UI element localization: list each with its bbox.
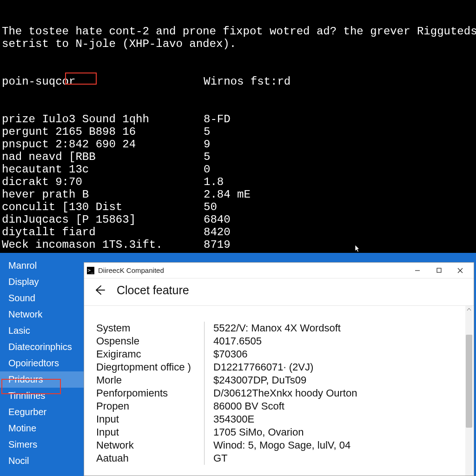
info-key: Input — [96, 413, 206, 425]
info-value: $70306 — [206, 348, 247, 360]
info-row: Ospensle4017.6505 — [96, 335, 460, 348]
sidebar-item[interactable]: Network — [0, 306, 84, 323]
sidebar-item-label: Network — [8, 309, 42, 319]
sidebar-item[interactable]: Motine — [0, 420, 84, 436]
sidebar-item[interactable]: Display — [0, 274, 84, 290]
info-row: Input1705 SiMo, Ovarion — [96, 426, 460, 439]
info-key: Network — [96, 439, 206, 451]
sidebar-item-label: Display — [8, 277, 39, 287]
info-value: Winod: 5, Mogo Sage, lulV, 04 — [206, 439, 350, 451]
content-area: >_ DiireecK Companited — [84, 253, 476, 476]
chevron-up-icon — [467, 307, 471, 312]
terminal-cell-val: 2.84 mE — [204, 188, 251, 201]
close-icon — [457, 268, 463, 273]
maximize-button[interactable] — [428, 264, 450, 278]
terminal-cell-val: 5 — [204, 151, 210, 163]
terminal-row: nad neavd [RBB5 — [2, 151, 474, 163]
terminal-cell-key: pnspuct 2:842 690 24 — [2, 138, 204, 151]
terminal-header-row: poin-suqcor Wirnos fst:rd — [2, 75, 474, 88]
terminal-cell-key: dinJuqcacs [P 15863] — [2, 213, 204, 226]
close-button[interactable] — [450, 264, 471, 278]
info-row: Morle$243007DP, DuTs09 — [96, 374, 460, 387]
info-row: PenforpomientsD/30612TheXnkx hoody Ourto… — [96, 387, 460, 400]
terminal-header-c0: poin-suqcor — [2, 75, 204, 88]
sidebar-item[interactable]: Simers — [0, 436, 84, 453]
info-row: Exigiramc$70306 — [96, 348, 460, 361]
sidebar-item[interactable]: Pridours — [0, 371, 84, 388]
sidebar-item-label: Motine — [8, 423, 36, 433]
info-row: NetworkWinod: 5, Mogo Sage, lulV, 04 — [96, 439, 460, 452]
sidebar: ManrolDisplaySoundNetworkLasicDiatecorin… — [0, 253, 84, 476]
back-arrow-icon — [93, 284, 106, 296]
terminal-cell-key: dicrakt 9:70 — [2, 176, 204, 188]
terminal-cell-val: 8-FD — [204, 113, 231, 126]
back-button[interactable] — [93, 283, 106, 297]
page-title: Clocet feature — [117, 284, 189, 297]
sidebar-item[interactable]: Nocil — [0, 453, 84, 469]
app-window: >_ DiireecK Companited — [84, 262, 474, 476]
terminal-row: prize Iulo3 Sound 1qhh8-FD — [2, 113, 474, 126]
info-key: Penforpomients — [96, 387, 206, 399]
terminal-cell-val: 50 — [204, 201, 217, 213]
info-value: $243007DP, DuTs09 — [206, 374, 306, 386]
terminal-cell-val: 6840 — [204, 213, 231, 226]
terminal-cell-key: hever prath B — [2, 188, 204, 201]
info-key: Input — [96, 426, 206, 438]
info-value: D12217766071· (2VJ) — [206, 361, 313, 373]
terminal-row: pergunt 2165 B898 165 — [2, 126, 474, 138]
info-row: Diegrtopment office )D12217766071· (2VJ) — [96, 361, 460, 374]
sidebar-item[interactable]: Eegurber — [0, 404, 84, 420]
titlebar[interactable]: >_ DiireecK Companited — [84, 263, 474, 278]
sidebar-item[interactable]: Tinnlines — [0, 388, 84, 404]
terminal-cell-val: 0 — [204, 163, 210, 176]
minimize-button[interactable] — [407, 264, 428, 278]
info-value: GT — [206, 452, 228, 464]
info-value: 5522/V: Manox 4X Wordsoft — [206, 322, 341, 334]
scroll-thumb[interactable] — [466, 335, 472, 428]
terminal-row: pnspuct 2:842 690 249 — [2, 138, 474, 151]
sidebar-item-label: Tinnlines — [8, 390, 45, 401]
sidebar-item-label: Pridours — [8, 374, 43, 384]
terminal-cell-key: diytallt fiard — [2, 226, 204, 238]
info-key: Exigiramc — [96, 348, 206, 360]
info-value: 86000 BV Scoft — [206, 400, 284, 412]
terminal-pane[interactable]: The tostee hate cont-2 and prone fixpot … — [0, 0, 476, 253]
scroll-up-button[interactable] — [466, 306, 472, 313]
info-row: Propen86000 BV Scoft — [96, 400, 460, 413]
terminal-row: conculit [130 Dist50 — [2, 201, 474, 213]
info-row: Input354300E — [96, 413, 460, 426]
scrollbar[interactable] — [465, 306, 473, 476]
info-key: Diegrtopment office ) — [96, 361, 206, 373]
page-header: Clocet feature — [84, 278, 474, 305]
maximize-icon — [436, 268, 442, 273]
info-key: Aatuah — [96, 452, 206, 464]
sidebar-item-label: Simers — [8, 439, 37, 450]
sidebar-item-label: Manrol — [8, 260, 37, 271]
info-value: 1705 SiMo, Ovarion — [206, 426, 304, 438]
sidebar-item[interactable]: Manrol — [0, 258, 84, 274]
sidebar-item-label: Diatecorinphics — [8, 342, 72, 352]
terminal-row: dicrakt 9:701.8 — [2, 176, 474, 188]
scroll-region: System5522/V: Manox 4X WordsoftOspensle4… — [84, 305, 474, 476]
terminal-row: hecautant 13c0 — [2, 163, 474, 176]
column-separator — [204, 322, 205, 465]
terminal-row: hever prath B2.84 mE — [2, 188, 474, 201]
terminal-row: dinJuqcacs [P 15863]6840 — [2, 213, 474, 226]
terminal-row: diytallt fiard8420 — [2, 226, 474, 238]
info-value: D/30612TheXnkx hoody Ourton — [206, 387, 357, 399]
sidebar-item[interactable]: Lasic — [0, 323, 84, 339]
sidebar-item[interactable]: Sound — [0, 290, 84, 306]
info-row: System5522/V: Manox 4X Wordsoft — [96, 322, 460, 335]
terminal-header-c1: Wirnos fst:rd — [204, 75, 291, 88]
window-title: DiireecK Companited — [98, 266, 164, 274]
sidebar-item-label: Sound — [8, 293, 35, 303]
terminal-cell-key: conculit [130 Dist — [2, 201, 204, 213]
settings-pane: ManrolDisplaySoundNetworkLasicDiatecorin… — [0, 253, 476, 476]
sidebar-item[interactable]: Opoiriedtors — [0, 355, 84, 371]
sidebar-item[interactable]: Diatecorinphics — [0, 339, 84, 355]
terminal-cell-val: 8420 — [204, 226, 231, 238]
sidebar-item-label: Nocil — [8, 456, 29, 466]
terminal-intro: The tostee hate cont-2 and prone fixpot … — [2, 25, 474, 50]
info-key: System — [96, 322, 206, 334]
info-key: Ospensle — [96, 335, 206, 347]
